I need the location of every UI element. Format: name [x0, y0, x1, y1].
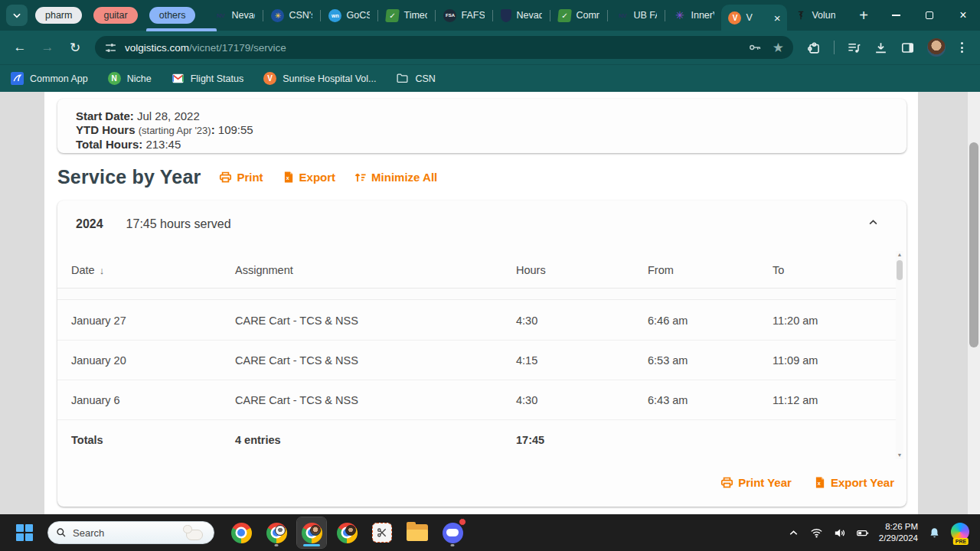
browser-tab[interactable]: Nevad [207, 0, 262, 31]
bookmark-item[interactable]: CSN [396, 72, 435, 85]
new-tab-button[interactable]: + [848, 7, 879, 24]
taskbar-app-chrome-profile2[interactable] [262, 517, 291, 548]
chevron-down-icon [11, 10, 22, 21]
export-year-button[interactable]: x Export Year [813, 476, 894, 489]
taskbar-app-chrome[interactable] [227, 517, 256, 548]
collapse-year-button[interactable] [867, 217, 879, 231]
table-row[interactable]: January 27 CARE Cart - TCS & NSS 4:30 6:… [57, 301, 896, 341]
toolbar-icons [801, 38, 972, 57]
table-scrollbar-thumb[interactable] [897, 260, 903, 280]
copilot-icon[interactable]: PRE [951, 523, 971, 543]
column-header-hours[interactable]: Hours [516, 264, 648, 276]
url-path: /vicnet/17179/service [189, 42, 286, 54]
taskbar-app-snipping-tool[interactable] [368, 517, 397, 548]
export-button[interactable]: x Export [282, 171, 336, 184]
browser-tab[interactable]: Timec [379, 0, 434, 31]
page-scrollbar[interactable] [968, 92, 980, 514]
extensions-icon[interactable] [807, 41, 822, 55]
volume-icon[interactable] [833, 527, 846, 540]
downloads-icon[interactable] [874, 41, 888, 55]
password-key-icon[interactable] [748, 41, 762, 54]
tab-search-button[interactable] [6, 5, 28, 26]
taskbar-clock[interactable]: 8:26 PM 2/29/2024 [879, 521, 918, 544]
browser-menu-icon[interactable] [958, 42, 966, 53]
tray-chevron-up-icon[interactable] [787, 527, 800, 540]
taskbar-app-file-explorer[interactable] [403, 517, 432, 548]
browser-tab[interactable]: CSN's [264, 0, 319, 31]
tab-group-pill[interactable]: guitar [93, 7, 137, 24]
browser-toolbar: ← → ↻ volgistics.com/vicnet/17179/servic… [0, 31, 980, 64]
address-bar[interactable]: volgistics.com/vicnet/17179/service ★ [95, 36, 793, 59]
bookmark-item[interactable]: Sunrise Hospital Vol... [263, 72, 376, 85]
tab-favicon [728, 11, 741, 24]
browser-tab[interactable]: Volun [787, 0, 842, 31]
search-icon [56, 527, 67, 538]
service-summary-card: Start Date: Jul 28, 2022 YTD Hours (star… [57, 99, 906, 153]
site-settings-icon[interactable] [104, 41, 117, 54]
browser-tab[interactable]: Nevad [494, 0, 549, 31]
window-close-button[interactable]: × [946, 0, 980, 31]
clock-date: 2/29/2024 [879, 533, 918, 544]
scroll-up-arrow-icon[interactable]: ▲ [897, 251, 903, 259]
profile-avatar[interactable] [927, 38, 946, 57]
tab-favicon [616, 9, 629, 22]
side-panel-icon[interactable] [900, 41, 915, 55]
tab-close-icon[interactable]: × [774, 12, 781, 24]
table-row[interactable]: January 6 CARE Cart - TCS & NSS 4:30 6:4… [57, 380, 896, 420]
forward-button[interactable]: → [35, 35, 60, 60]
scroll-down-arrow-icon[interactable]: ▼ [897, 452, 903, 459]
page-scrollbar-thumb[interactable] [969, 142, 978, 347]
browser-tab[interactable]: GoCS [322, 0, 377, 31]
start-button[interactable] [9, 517, 40, 548]
reload-button[interactable]: ↻ [63, 35, 87, 60]
back-button[interactable]: ← [8, 35, 32, 60]
partially-scrolled-row [57, 289, 896, 300]
total-hours-line: Total Hours: 213:45 [76, 138, 888, 152]
maximize-icon [926, 11, 933, 19]
table-row[interactable]: January 20 CARE Cart - TCS & NSS 4:15 6:… [57, 341, 896, 380]
column-header-from[interactable]: From [648, 264, 773, 276]
battery-icon[interactable] [856, 527, 869, 540]
browser-tab[interactable]: UB FA [609, 0, 664, 31]
media-controls-icon[interactable] [847, 41, 861, 55]
browser-tab[interactable]: Comm [551, 0, 606, 31]
browser-tab[interactable]: InnerV [666, 0, 721, 31]
bookmark-star-icon[interactable]: ★ [773, 41, 784, 54]
tab-group-pill[interactable]: pharm [35, 7, 82, 24]
tab-favicon [501, 9, 511, 22]
window-maximize-button[interactable] [913, 0, 946, 31]
export-file-icon: x [282, 171, 295, 184]
tab-group-pill[interactable]: others [149, 7, 196, 24]
bookmark-item[interactable]: Flight Status [172, 72, 243, 85]
column-header-to[interactable]: To [773, 264, 882, 276]
column-header-date[interactable]: Date↓ [71, 264, 235, 276]
tab-separator [263, 10, 263, 21]
niche-logo [108, 72, 121, 85]
window-minimize-button[interactable] [879, 0, 913, 31]
minimize-all-button[interactable]: Minimize All [354, 171, 437, 184]
cell-from: 6:43 am [648, 394, 773, 406]
bookmark-item[interactable]: Niche [108, 72, 152, 85]
taskbar-app-chrome-profile3[interactable] [332, 517, 361, 548]
tab-separator [665, 10, 665, 21]
tab-title: Nevad [516, 10, 542, 21]
table-header-row: Date↓ Assignment Hours From To [57, 253, 896, 289]
window-controls: × [879, 0, 980, 31]
taskbar-app-discord[interactable] [438, 517, 467, 548]
taskbar-app-chrome-active[interactable] [297, 517, 326, 548]
totals-row[interactable]: Totals 4 entries 17:45 [57, 420, 896, 460]
browser-tab[interactable]: V × [721, 5, 787, 31]
bookmark-item[interactable]: Common App [11, 72, 88, 85]
cell-to: 11:20 am [773, 315, 882, 327]
notifications-bell-icon[interactable] [928, 527, 941, 540]
tab-separator [320, 10, 321, 21]
minimize-all-icon [354, 171, 367, 184]
taskbar-search[interactable]: Search [47, 521, 214, 544]
browser-tab[interactable]: FAFSA [436, 0, 492, 31]
table-scrollbar[interactable]: ▲ ▼ [896, 251, 903, 459]
year-card-header[interactable]: 2024 17:45 hours served [57, 201, 906, 231]
column-header-assignment[interactable]: Assignment [235, 264, 516, 276]
print-year-button[interactable]: Print Year [720, 476, 792, 489]
print-button[interactable]: Print [219, 171, 263, 184]
wifi-icon[interactable] [810, 527, 823, 540]
